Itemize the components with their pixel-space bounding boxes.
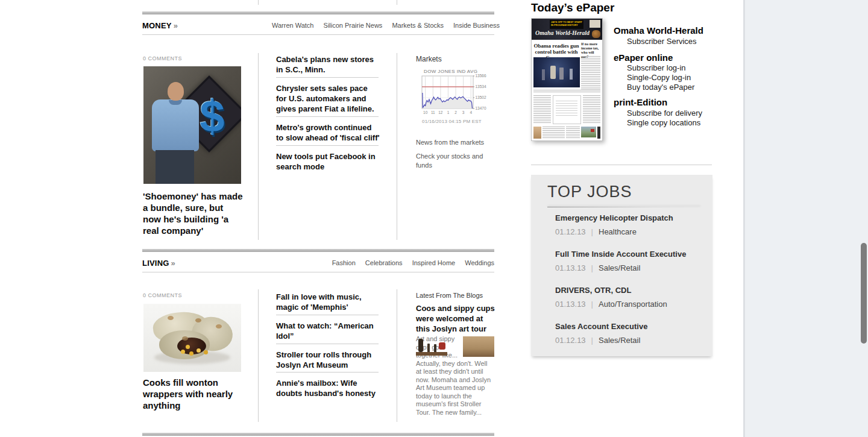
meta-separator: | [591,263,593,272]
dow-chart-title: DOW JONES IND AVG [424,69,477,74]
living-article-0[interactable]: Fall in love with music, magic of 'Memph… [276,292,380,312]
job-meta: 01.13.13|Sales/Retail [555,263,686,272]
man-pants [156,150,194,184]
link-weddings[interactable]: Weddings [465,259,494,266]
link-fashion[interactable]: Fashion [332,259,356,266]
living-section-links: Fashion Celebrations Inspired Home Weddi… [264,259,494,266]
job-category[interactable]: Sales/Retail [599,336,640,345]
corn-kernels [181,350,185,354]
news-page: MONEY» Warren Watch Silicon Prairie News… [0,0,868,437]
job-category[interactable]: Auto/Transportation [599,300,667,309]
job-date: 01.12.13 [555,227,586,236]
link-single-copy-login[interactable]: Single-Copy log-in [627,73,691,82]
small-photo [533,127,541,139]
job-category[interactable]: Sales/Retail [599,263,640,272]
job-meta: 01.12.13|Sales/Retail [555,336,647,345]
living-feature-image[interactable] [143,304,241,372]
body-text-columns [533,95,600,124]
article-separator [276,372,379,373]
link-subscriber-login[interactable]: Subscriber log-in [627,63,686,72]
food-photo-thumb [592,30,600,38]
living-article-2[interactable]: Stroller tour rolls through Joslyn Art M… [276,350,380,370]
money-article-1[interactable]: Chrysler sets sales pace for U.S. automa… [276,83,380,114]
svg-text:11: 11 [431,110,435,115]
group-print-edition[interactable]: print-Edition [614,97,667,107]
money-section-title[interactable]: MONEY» [142,21,178,30]
svg-text:13470: 13470 [476,106,486,110]
blog-post-title[interactable]: Coos and sippy cups were welcomed at thi… [416,303,497,334]
link-warren-watch[interactable]: Warren Watch [272,22,313,29]
job-listing: DRIVERS, OTR, CDL 01.13.13|Auto/Transpor… [555,286,667,309]
svg-text:12: 12 [438,110,443,115]
link-buy-todays-epaper[interactable]: Buy today's ePaper [627,83,694,92]
job-title[interactable]: Emergency Helicopter Dispatch [555,213,673,222]
job-title[interactable]: Full Time Inside Account Executive [555,250,686,259]
browning-spots [168,316,174,320]
job-listing: Full Time Inside Account Executive 01.13… [555,250,686,272]
text-lines [581,56,600,89]
column-divider [258,53,259,240]
svg-text:13502: 13502 [476,95,486,99]
text-lines [533,95,551,124]
job-date: 01.12.13 [555,336,586,345]
red-sign [591,129,594,132]
article-separator [276,344,379,344]
money-article-0[interactable]: Cabela's plans new stores in S.C., Minn. [276,54,380,75]
money-article-3[interactable]: New tools put Facebook in search mode [276,151,380,172]
text-lines [583,95,600,124]
living-comments-count[interactable]: 0 COMMENTS [143,292,182,298]
link-markets-stocks[interactable]: Markets & Stocks [392,22,444,29]
job-date: 01.13.13 [555,300,586,309]
link-inside-business[interactable]: Inside Business [453,22,500,29]
divider [531,165,712,165]
column-divider [258,289,259,422]
link-subscriber-services[interactable]: Subscriber Services [627,37,697,46]
job-meta: 01.12.13|Healthcare [555,227,673,236]
svg-text:4: 4 [470,110,472,115]
dow-chart-svg: 135661353413502134701011121234 [421,74,488,119]
living-section-title[interactable]: LIVING» [142,259,175,268]
link-celebrations[interactable]: Celebrations [365,259,403,266]
man-head [168,82,184,101]
epaper-thumbnail[interactable]: JAYS OFF TO BEST START IN PROGRAM HISTOR… [531,18,603,141]
scrollbar-thumb[interactable] [861,243,867,344]
chevron-right-icon: » [174,21,178,30]
link-check-stocks[interactable]: Check your stocks and funds [416,152,489,170]
link-subscribe-delivery[interactable]: Subscribe for delivery [627,108,702,118]
link-news-from-markets[interactable]: News from the markets [416,138,484,147]
chevron-right-icon: » [171,259,175,268]
link-silicon-prairie-news[interactable]: Silicon Prairie News [324,22,383,29]
small-photo [581,127,596,137]
living-article-1[interactable]: What to watch: “American Idol” [276,321,380,341]
meta-separator: | [591,300,593,309]
link-inspired-home[interactable]: Inspired Home [412,259,456,266]
group-omaha-world-herald[interactable]: Omaha World-Herald [614,25,703,36]
graphic-lines [556,101,577,118]
job-date: 01.13.13 [555,263,586,272]
top-jobs-title: TOP JOBS [547,183,632,201]
column-divider [397,0,397,5]
job-title[interactable]: Sales Account Executive [555,322,647,331]
divider [547,207,700,207]
dark-block [597,127,600,139]
money-feature-headline[interactable]: 'Shoemoney' has made a bundle, sure, but… [143,190,243,236]
epaper-heading: Today’s ePaper [531,1,614,14]
blogs-heading: Latest From The Blogs [416,292,483,299]
link-single-copy-locations[interactable]: Single copy locations [627,118,700,127]
svg-text:2: 2 [454,110,457,115]
divider [142,272,494,272]
living-article-3[interactable]: Annie's mailbox: Wife doubts husband's h… [276,378,380,398]
svg-text:3: 3 [462,110,465,115]
money-feature-image[interactable]: $ [143,66,241,184]
money-article-2[interactable]: Metro's growth continued to slow ahead o… [276,122,380,143]
living-feature-headline[interactable]: Cooks fill wonton wrappers with nearly a… [143,377,244,411]
job-title[interactable]: DRIVERS, OTR, CDL [555,286,667,295]
job-category[interactable]: Healthcare [599,227,637,236]
blog-thumbnail-image[interactable] [463,336,494,357]
newspaper-masthead: Omaha World-Herald [532,30,593,36]
money-comments-count[interactable]: 0 COMMENTS [143,55,182,61]
blog-post-excerpt: Art and sippy cups go together like... A… [416,335,494,417]
group-epaper-online[interactable]: ePaper online [614,52,673,63]
article-separator [276,145,379,146]
money-section-links: Warren Watch Silicon Prairie News Market… [264,22,494,29]
